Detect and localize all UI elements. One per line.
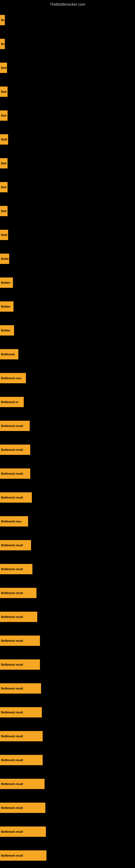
bar-row: Bott <box>0 56 135 80</box>
bar-row: Bottleneck result <box>0 438 135 462</box>
bar-row: Bo <box>0 32 135 56</box>
bar-label: Bottleneck result <box>1 806 23 809</box>
bar-label: Bott <box>1 66 6 69</box>
bar-label: Bottleneck result <box>1 472 23 475</box>
bar-row: Bottleneck <box>0 342 135 366</box>
bar: Bottleneck result <box>0 421 30 431</box>
bar: Bott <box>0 87 8 97</box>
bar-row: Bottlen <box>0 294 135 318</box>
bar-row: Bottleneck result <box>0 533 135 557</box>
bar: Bottleneck <box>0 349 18 360</box>
bar-label: Bottleneck result <box>1 425 23 428</box>
bar-label: Bottleneck result <box>1 663 23 666</box>
bar-label: Bott <box>1 210 6 213</box>
bar: Bottleneck result <box>0 564 32 574</box>
bar-row: Bottleneck result <box>0 701 135 724</box>
bar-row: Bottleneck re <box>0 390 135 414</box>
bar: Bott <box>0 206 8 216</box>
bar-row: Bottleneck result <box>0 844 135 867</box>
bar-row: Bottl <box>0 127 135 151</box>
bar: Bo <box>0 15 5 25</box>
bar: Bott <box>0 63 7 73</box>
bar: Bottleneck result <box>0 659 40 670</box>
bar-label: Bottleneck result <box>1 782 23 785</box>
bar-row: Bott <box>0 80 135 104</box>
bar: Bottl <box>0 230 8 240</box>
bar: Bottleneck result <box>0 492 32 503</box>
bar-label: Bottlen <box>1 281 10 284</box>
bar: Bottleneck result <box>0 468 30 479</box>
bar-row: Bottleneck result <box>0 772 135 796</box>
bar-label: Bott <box>1 186 6 189</box>
bar-label: Bottleneck re <box>1 401 18 404</box>
bar-label: Bott <box>1 162 6 165</box>
bar-label: Bott <box>1 90 6 93</box>
bar-row: Bottleneck result <box>0 557 135 581</box>
bar: Bottleneck result <box>0 636 40 646</box>
bar: Bott <box>0 111 8 121</box>
bar: Bottleneck result <box>0 850 46 861</box>
bar-label: Bottleneck resu <box>1 520 21 523</box>
bar-label: Bottleneck result <box>1 854 23 857</box>
bar: Bottleneck result <box>0 731 43 741</box>
bar: Bottleneck result <box>0 803 45 813</box>
bar-label: Bottleneck resu <box>1 377 21 380</box>
bar-row: Bott <box>0 104 135 127</box>
bar-label: Bottlen <box>1 305 10 308</box>
bar: Bottleneck result <box>0 779 45 789</box>
bar: Bottleneck resu <box>0 516 28 527</box>
bar-row: Bottleneck result <box>0 724 135 748</box>
bar-label: Bo <box>1 19 5 22</box>
bar: Bottlen <box>0 301 13 312</box>
bar: Bott <box>0 158 8 168</box>
bar-label: Bottleneck result <box>1 711 23 714</box>
bar: Bottl <box>0 134 8 145</box>
bar-label: Bottleneck result <box>1 616 23 618</box>
bar: Bo <box>0 39 5 49</box>
bar-label: Bottle <box>1 257 9 260</box>
bar-row: Bottleneck result <box>0 629 135 653</box>
bar: Bott <box>0 182 8 192</box>
bar-label: Bottl <box>1 234 7 237</box>
bar: Bottleneck result <box>0 588 37 598</box>
bar-row: Bottleneck result <box>0 486 135 509</box>
bar-label: Bottl <box>1 138 7 141</box>
bar-label: Bottlen <box>1 329 10 332</box>
bar-row: Bottleneck result <box>0 581 135 605</box>
bar-label: Bottleneck result <box>1 735 23 738</box>
bar-row: Bottlen <box>0 271 135 294</box>
bar-label: Bottleneck result <box>1 592 23 595</box>
bar-row: Bottleneck result <box>0 796 135 820</box>
bar: Bottleneck re <box>0 397 24 407</box>
site-title: TheBottlenecker.com <box>0 0 135 9</box>
bar-label: Bottleneck result <box>1 544 23 547</box>
bar-row: Bottlen <box>0 318 135 342</box>
bar: Bottleneck result <box>0 707 42 717</box>
bar-row: Bottl <box>0 223 135 247</box>
bar-row: Bott <box>0 175 135 199</box>
bars-container: BoBoBottBottBottBottlBottBottBottBottlBo… <box>0 8 135 867</box>
bar-label: Bottleneck result <box>1 568 23 571</box>
bar-label: Bottleneck result <box>1 830 23 833</box>
bar: Bottleneck result <box>0 755 43 765</box>
bar-row: Bottleneck result <box>0 677 135 701</box>
bar-row: Bott <box>0 199 135 223</box>
bar-row: Bottleneck resu <box>0 509 135 533</box>
bar-row: Bottleneck result <box>0 462 135 486</box>
bar-row: Bo <box>0 8 135 32</box>
bar-label: Bottleneck <box>1 353 15 356</box>
bar: Bottleneck result <box>0 683 41 693</box>
bar-row: Bottleneck result <box>0 820 135 844</box>
bar-label: Bo <box>1 42 5 45</box>
bar-label: Bottleneck result <box>1 448 23 452</box>
bar-row: Bottleneck result <box>0 414 135 438</box>
bar: Bottleneck result <box>0 444 30 455</box>
bar-label: Bottleneck result <box>1 687 23 690</box>
bar-label: Bottleneck result <box>1 759 23 762</box>
bar-row: Bottleneck result <box>0 653 135 677</box>
bar: Bottleneck result <box>0 540 31 550</box>
bar-row: Bottleneck result <box>0 748 135 772</box>
bar: Bottlen <box>0 278 13 288</box>
bar: Bottleneck result <box>0 612 37 622</box>
bar: Bottleneck resu <box>0 373 26 383</box>
